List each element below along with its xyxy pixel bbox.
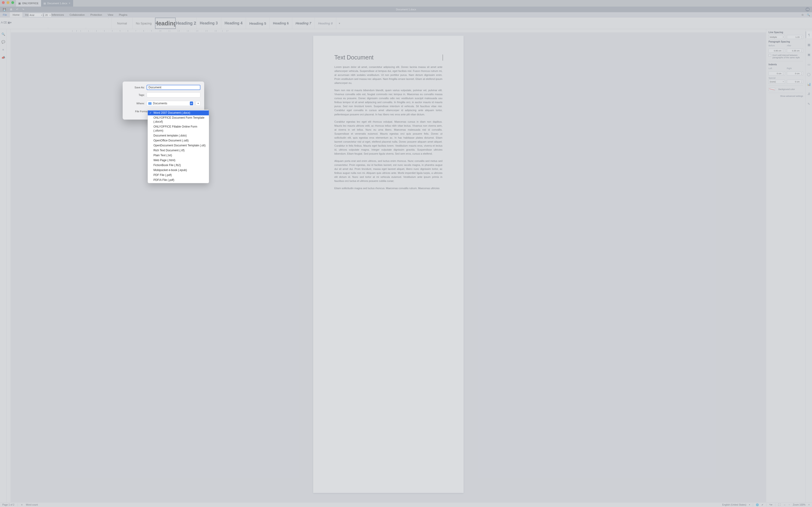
format-option[interactable]: OpenOffice Document (.odt)	[148, 138, 209, 143]
format-option[interactable]: Web Page (.html)	[148, 158, 209, 163]
format-option[interactable]: ONLYOFFICE Fillable Online Form (.oform)	[148, 124, 209, 133]
file-format-menu: Word 2007 Document (.docx) ONLYOFFICE Do…	[148, 110, 209, 183]
modal-overlay	[0, 0, 812, 507]
tags-label: Tags:	[126, 94, 147, 96]
where-select[interactable]: Documents ▴▾	[147, 101, 194, 106]
format-option[interactable]: FictionBook File (.fb2)	[148, 163, 209, 168]
folder-icon	[148, 102, 152, 105]
format-option[interactable]: OpenDocument Document Template (.ott)	[148, 143, 209, 148]
where-label: Where:	[126, 102, 147, 105]
format-option[interactable]: PDF File (.pdf)	[148, 173, 209, 178]
format-option[interactable]: Mobipocket e-book (.epub)	[148, 168, 209, 173]
expand-dialog-button[interactable]: ▾	[196, 101, 200, 106]
stepper-icon: ▴▾	[190, 102, 193, 105]
format-option[interactable]: Rich Text Document (.rtf)	[148, 148, 209, 153]
format-option[interactable]: PDF/A File (.pdf)	[148, 178, 209, 182]
format-option[interactable]: ONLYOFFICE Document Form Template (.docx…	[148, 115, 209, 124]
file-format-label: File Format:	[135, 110, 149, 113]
format-option[interactable]: Plain Text (.txt)	[148, 153, 209, 158]
save-as-label: Save As:	[126, 86, 147, 89]
format-option[interactable]: Document template (.dotx)	[148, 133, 209, 138]
format-option[interactable]: Word 2007 Document (.docx)	[148, 110, 209, 115]
tags-input[interactable]	[147, 92, 200, 98]
where-value: Documents	[153, 102, 167, 105]
save-as-input[interactable]: Document	[147, 85, 200, 90]
